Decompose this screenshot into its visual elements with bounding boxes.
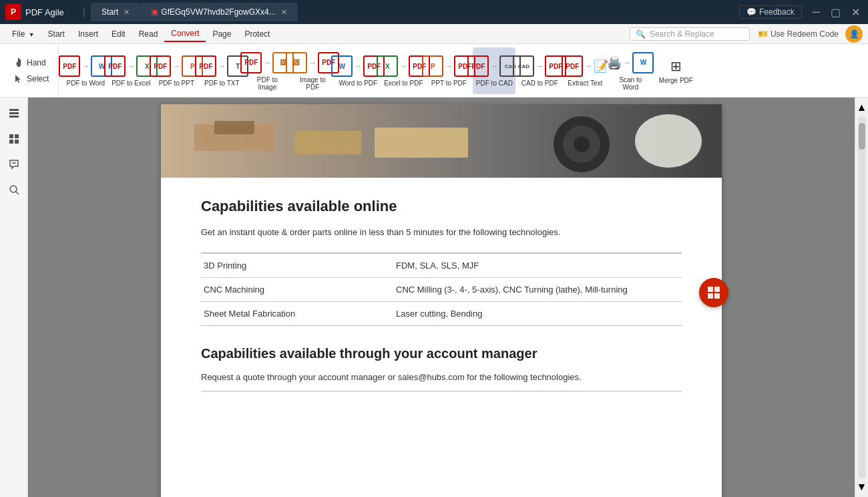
fab-button[interactable]: [699, 278, 728, 307]
tab-start-label: Start: [101, 7, 118, 17]
svg-rect-13: [294, 131, 361, 154]
sidebar-grid-view[interactable]: [3, 128, 25, 150]
extract-text-button[interactable]: PDF → 📝 Extract Text: [564, 47, 606, 94]
toolbar-hand-select-section: Hand Select: [4, 44, 59, 97]
arrow-icon9: →: [445, 61, 453, 71]
use-redeem-label: Use Redeem Code: [771, 29, 839, 39]
app-name: PDF Agile: [25, 7, 64, 17]
pdf-icon-extract: PDF: [562, 55, 583, 77]
hand-tool-button[interactable]: Hand: [11, 56, 51, 69]
arrow-icon3: →: [172, 61, 180, 71]
pdf-to-cad-button[interactable]: PDF → CAD PDF to CAD: [473, 47, 515, 94]
table-row-0: 3D Printing FDM, SLA, SLS, MJF: [201, 253, 682, 277]
pdf-to-txt-button[interactable]: PDF → T PDF to TXT: [200, 47, 243, 94]
maximize-button[interactable]: ▢: [828, 6, 843, 19]
pdf-icon-small3: PDF: [150, 55, 171, 77]
menu-page[interactable]: Page: [206, 27, 238, 41]
pdf-to-txt-label: PDF to TXT: [204, 79, 240, 87]
tab-doc[interactable]: ▣ GfEGq5VW7hvdb2FgowGXx4... ✕: [140, 3, 297, 21]
extract-text-label: Extract Text: [568, 79, 602, 87]
cad-to-pdf-button[interactable]: CAD → PDF CAD to PDF: [518, 47, 561, 94]
menu-read[interactable]: Read: [132, 27, 165, 41]
menu-insert[interactable]: Insert: [71, 27, 105, 41]
svg-rect-14: [375, 128, 468, 158]
table-row-end: [201, 325, 682, 326]
svg-line-9: [16, 192, 19, 194]
select-label: Select: [27, 74, 49, 84]
close-button[interactable]: ✕: [849, 6, 863, 19]
menu-edit[interactable]: Edit: [105, 27, 132, 41]
sidebar-annotation[interactable]: [3, 154, 25, 175]
document-page: Capabilities available online Get an ins…: [161, 104, 722, 497]
menu-file[interactable]: File ▼: [5, 27, 41, 41]
scrollbar-thumb[interactable]: [859, 123, 865, 150]
title-bar: P PDF Agile | Start ✕ ▣ GfEGq5VW7hvdb2Fg…: [0, 0, 868, 24]
table-cell-right-1: CNC Milling (3-, 4-, 5-axis), CNC Turnin…: [393, 277, 682, 301]
feedback-button[interactable]: 💬 Feedback: [739, 5, 802, 19]
ppt-to-pdf-button[interactable]: P → PDF PPT to PDF: [427, 47, 470, 94]
user-avatar[interactable]: 👤: [845, 25, 863, 43]
table-row-1: CNC Machining CNC Milling (3-, 4-, 5-axi…: [201, 277, 682, 301]
arrow-icon8: →: [399, 61, 407, 71]
word-to-pdf-button[interactable]: W → PDF Word to PDF: [337, 47, 379, 94]
image-to-pdf-button[interactable]: 🖼 → PDF Image to PDF: [291, 47, 334, 94]
grid-view-icon: [8, 133, 20, 145]
pdf-icon-cad: PDF: [467, 55, 489, 77]
excel-icon-small2: X: [377, 55, 398, 77]
fab-icon: [706, 285, 722, 301]
scroll-down-button[interactable]: ▼: [855, 480, 868, 494]
ppt-icon-small2: P: [422, 55, 443, 77]
document-scroll[interactable]: Capabilities available online Get an ins…: [28, 98, 855, 497]
pdf-to-image-label: PDF to Image: [247, 76, 287, 91]
cad-to-pdf-label: CAD to PDF: [521, 79, 558, 87]
svg-rect-4: [15, 134, 19, 138]
word-icon-small2: W: [331, 55, 353, 77]
scroll-up-button[interactable]: ▲: [855, 100, 868, 115]
svg-rect-3: [9, 134, 13, 138]
arrow-icon12: →: [584, 61, 592, 71]
pdf-icon-small4: PDF: [195, 55, 216, 77]
select-tool-button[interactable]: Select: [11, 72, 51, 86]
table-cell-right-0: FDM, SLA, SLS, MJF: [393, 253, 682, 277]
sidebar-list-view[interactable]: [3, 103, 25, 124]
doc-para2: Request a quote through your account man…: [201, 371, 682, 384]
menu-convert[interactable]: Convert: [164, 26, 206, 42]
merge-pdf-button[interactable]: ⊞ Merge PDF: [654, 47, 697, 94]
menu-start[interactable]: Start: [41, 27, 71, 41]
svg-rect-21: [708, 293, 713, 299]
excel-to-pdf-button[interactable]: X → PDF Excel to PDF: [382, 47, 425, 94]
arrow-icon13: →: [623, 58, 631, 67]
excel-to-pdf-label: Excel to PDF: [384, 79, 423, 87]
doc-heading2: Capabilities available through your acco…: [201, 346, 682, 361]
pdf-to-excel-button[interactable]: PDF → X PDF to Excel: [110, 47, 152, 94]
scan-icon: 🖨️: [607, 55, 622, 70]
svg-rect-0: [9, 109, 19, 111]
menu-protect[interactable]: Protect: [238, 27, 276, 41]
toolbar-convert-section: PDF → W PDF to Word PDF → X PDF to Excel…: [60, 44, 701, 97]
minimize-button[interactable]: ─: [810, 6, 823, 18]
scrollbar-track[interactable]: [858, 116, 866, 478]
table-cell-right-2: Laser cutting, Bending: [393, 301, 682, 325]
tab-doc-close[interactable]: ✕: [281, 8, 287, 17]
svg-point-8: [10, 186, 17, 192]
ppt-to-pdf-label: PPT to PDF: [431, 79, 467, 87]
pdf-to-ppt-button[interactable]: PDF → P PDF to PPT: [155, 47, 198, 94]
table-cell-left-2: Sheet Metal Fabrication: [201, 301, 393, 325]
pdf-to-image-button[interactable]: PDF → 🖼 PDF to Image: [246, 47, 288, 94]
use-redeem-button[interactable]: 🎫 Use Redeem Code: [758, 29, 839, 39]
tab-start-close[interactable]: ✕: [124, 8, 130, 17]
arrow-icon6: →: [308, 58, 316, 67]
scan-to-word-button[interactable]: 🖨️ → W Scan to Word: [609, 47, 652, 94]
pdf-to-word-button[interactable]: PDF → W PDF to Word: [64, 47, 107, 94]
main-area: Capabilities available online Get an ins…: [0, 98, 868, 497]
search-box[interactable]: 🔍 Search & Replace: [630, 27, 750, 41]
annotation-icon: [8, 158, 20, 170]
menu-file-label: File: [12, 29, 25, 39]
tab-doc-label: GfEGq5VW7hvdb2FgowGXx4...: [161, 7, 275, 17]
svg-rect-20: [714, 287, 720, 292]
tab-start[interactable]: Start ✕: [91, 3, 140, 21]
table-row-2: Sheet Metal Fabrication Laser cutting, B…: [201, 301, 682, 325]
list-view-icon: [8, 108, 20, 120]
sidebar-search[interactable]: [3, 179, 25, 200]
merge-icons: ⊞: [670, 58, 682, 74]
